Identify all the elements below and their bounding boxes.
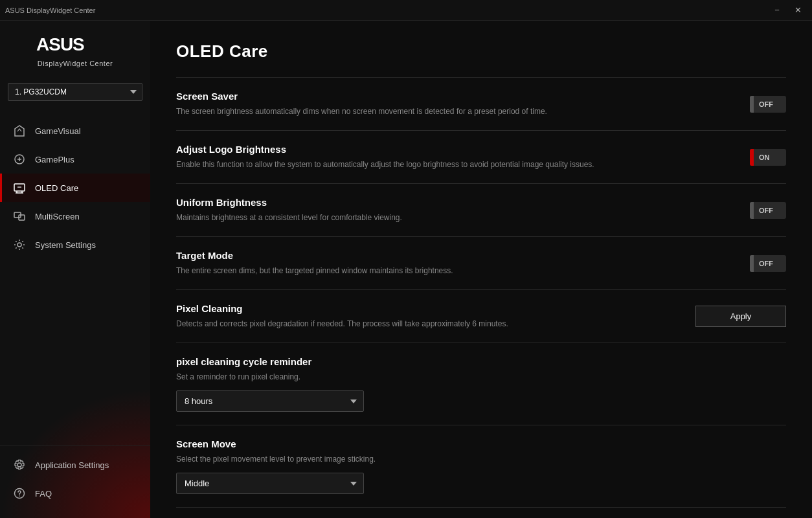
faq-icon bbox=[13, 487, 26, 500]
pixel-cleaning-apply-button[interactable]: Apply bbox=[695, 306, 786, 327]
sidebar-item-multiscreen[interactable]: MultiScreen bbox=[0, 202, 150, 231]
uniform-brightness-desc: Maintains brightness at a consistent lev… bbox=[176, 212, 724, 223]
sidebar-item-system-settings[interactable]: System Settings bbox=[0, 231, 150, 259]
target-mode-row: Target Mode The entire screen dims, but … bbox=[176, 236, 786, 289]
sidebar: ASUS DisplayWidget Center 1. PG32UCDM Ga… bbox=[0, 21, 150, 518]
gameplus-icon bbox=[13, 153, 26, 166]
sidebar-item-application-settings[interactable]: Application Settings bbox=[0, 451, 150, 479]
pixel-cleaning-reminder-desc: Set a reminder to run pixel cleaning. bbox=[176, 371, 311, 383]
nav-items: GameVisual GamePlus bbox=[0, 111, 150, 445]
uniform-brightness-info: Uniform Brightness Maintains brightness … bbox=[176, 197, 750, 223]
uniform-brightness-toggle-label: OFF bbox=[754, 207, 778, 214]
system-settings-icon bbox=[13, 238, 26, 251]
app-title: ASUS DisplayWidget Center bbox=[5, 6, 95, 14]
screen-saver-desc: The screen brightness automatically dims… bbox=[176, 106, 724, 117]
logo-area: ASUS DisplayWidget Center bbox=[0, 21, 150, 78]
pixel-cleaning-reminder-title: pixel cleaning cycle reminder bbox=[176, 356, 311, 367]
gamevisual-label: GameVisual bbox=[35, 126, 81, 136]
minimize-button[interactable]: − bbox=[768, 3, 786, 17]
application-settings-label: Application Settings bbox=[35, 460, 109, 470]
app-settings-icon bbox=[13, 458, 26, 471]
oledcare-label: OLED Care bbox=[35, 183, 78, 193]
gamevisual-icon bbox=[13, 124, 26, 137]
main-layout: ASUS DisplayWidget Center 1. PG32UCDM Ga… bbox=[0, 21, 812, 518]
adjust-logo-row: Adjust Logo Brightness Enable this funct… bbox=[176, 130, 786, 183]
sidebar-item-oled-care[interactable]: OLED Care bbox=[0, 174, 150, 202]
screen-move-row: Screen Move Select the pixel movement le… bbox=[176, 425, 786, 508]
screen-saver-toggle-label: OFF bbox=[754, 100, 778, 108]
screen-move-title: Screen Move bbox=[176, 438, 376, 449]
screen-saver-toggle[interactable]: OFF bbox=[750, 96, 786, 113]
pixel-cleaning-info: Pixel Cleaning Detects and corrects pixe… bbox=[176, 303, 695, 330]
target-mode-toggle[interactable]: OFF bbox=[750, 255, 786, 272]
screen-move-info: Screen Move Select the pixel movement le… bbox=[176, 438, 376, 465]
pixel-cleaning-reminder-select[interactable]: 4 hours 8 hours 12 hours 24 hours Off bbox=[176, 390, 364, 412]
sidebar-item-gamevisual[interactable]: GameVisual bbox=[0, 117, 150, 145]
pixel-cleaning-desc: Detects and corrects pixel degradation i… bbox=[176, 318, 670, 330]
screen-saver-info: Screen Saver The screen brightness autom… bbox=[176, 91, 750, 117]
sidebar-item-faq[interactable]: FAQ bbox=[0, 479, 150, 508]
content-area: OLED Care Screen Saver The screen bright… bbox=[150, 21, 812, 518]
target-mode-desc: The entire screen dims, but the targeted… bbox=[176, 265, 724, 276]
logo-subtitle: DisplayWidget Center bbox=[38, 60, 113, 67]
multiscreen-label: MultiScreen bbox=[35, 212, 80, 221]
gameplus-label: GamePlus bbox=[35, 155, 74, 164]
screen-saver-title: Screen Saver bbox=[176, 91, 724, 102]
pixel-cleaning-title: Pixel Cleaning bbox=[176, 303, 670, 314]
screen-move-desc: Select the pixel movement level to preve… bbox=[176, 453, 376, 465]
asus-logo: ASUS bbox=[36, 34, 114, 57]
faq-label: FAQ bbox=[35, 489, 52, 499]
oledcare-icon bbox=[13, 181, 26, 194]
title-bar: ASUS DisplayWidget Center − ✕ bbox=[0, 0, 812, 21]
pixel-cleaning-row: Pixel Cleaning Detects and corrects pixe… bbox=[176, 289, 786, 343]
pixel-cleaning-reminder-info: pixel cleaning cycle reminder Set a remi… bbox=[176, 356, 311, 383]
svg-point-12 bbox=[19, 495, 20, 497]
window-controls: − ✕ bbox=[768, 3, 807, 17]
screen-saver-row: Screen Saver The screen brightness autom… bbox=[176, 77, 786, 130]
monitor-selector[interactable]: 1. PG32UCDM bbox=[8, 83, 142, 101]
system-settings-label: System Settings bbox=[35, 240, 96, 250]
adjust-logo-info: Adjust Logo Brightness Enable this funct… bbox=[176, 144, 750, 170]
adjust-logo-toggle[interactable]: ON bbox=[750, 149, 786, 166]
uniform-brightness-toggle[interactable]: OFF bbox=[750, 202, 786, 219]
svg-text:ASUS: ASUS bbox=[36, 34, 84, 54]
svg-point-9 bbox=[17, 243, 21, 247]
target-mode-toggle-label: OFF bbox=[754, 260, 778, 267]
uniform-brightness-row: Uniform Brightness Maintains brightness … bbox=[176, 183, 786, 236]
uniform-brightness-title: Uniform Brightness bbox=[176, 197, 724, 208]
svg-point-10 bbox=[17, 463, 21, 467]
pixel-cleaning-reminder-row: pixel cleaning cycle reminder Set a remi… bbox=[176, 343, 786, 425]
multiscreen-icon bbox=[13, 210, 26, 223]
screen-move-select[interactable]: Low Middle High bbox=[176, 473, 364, 494]
close-button[interactable]: ✕ bbox=[789, 3, 807, 17]
target-mode-title: Target Mode bbox=[176, 250, 724, 261]
adjust-logo-desc: Enable this function to allow the system… bbox=[176, 159, 724, 170]
adjust-logo-title: Adjust Logo Brightness bbox=[176, 144, 724, 155]
sidebar-item-gameplus[interactable]: GamePlus bbox=[0, 145, 150, 174]
target-mode-info: Target Mode The entire screen dims, but … bbox=[176, 250, 750, 276]
adjust-logo-toggle-label: ON bbox=[754, 153, 775, 161]
sidebar-bottom: Application Settings FAQ bbox=[0, 445, 150, 518]
page-title: OLED Care bbox=[176, 41, 786, 62]
